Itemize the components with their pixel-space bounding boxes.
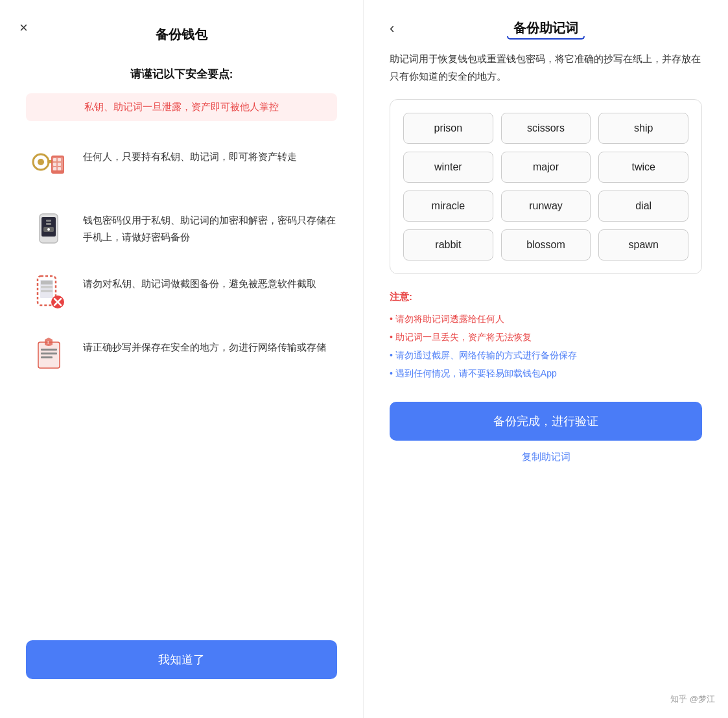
svg-rect-7 [53, 158, 56, 161]
right-header: ‹ 备份助记词 [390, 19, 702, 37]
mnemonic-word: blossom [501, 229, 591, 261]
svg-rect-31 [41, 356, 53, 358]
svg-rect-21 [41, 281, 53, 284]
right-title: 备份助记词 [513, 19, 578, 37]
notes-section: 注意: • 请勿将助记词透露给任何人• 助记词一旦丢失，资产将无法恢复• 请勿通… [390, 291, 702, 382]
svg-text:!: ! [47, 340, 49, 345]
feature-item-4: ! 请正确抄写并保存在安全的地方，勿进行网络传输或存储 [26, 332, 337, 378]
svg-rect-29 [41, 349, 57, 351]
feature-text-4: 请正确抄写并保存在安全的地方，勿进行网络传输或存储 [83, 332, 326, 356]
svg-point-16 [47, 228, 50, 231]
svg-rect-18 [46, 223, 51, 225]
key-phone-icon [26, 142, 71, 187]
note-item: • 遇到任何情况，请不要轻易卸载钱包App [390, 364, 702, 382]
warning-box: 私钥、助记词一旦泄露，资产即可被他人掌控 [26, 93, 337, 121]
back-button[interactable]: ‹ [390, 20, 394, 37]
copy-mnemonic-link[interactable]: 复制助记词 [390, 451, 702, 463]
mnemonic-grid: prisonscissorsshipwintermajortwicemiracl… [390, 99, 702, 274]
svg-rect-9 [53, 163, 56, 166]
svg-rect-12 [58, 167, 61, 170]
feature-text-3: 请勿对私钥、助记词做截图备份，避免被恶意软件截取 [83, 269, 316, 292]
left-subtitle: 请谨记以下安全要点: [26, 67, 337, 82]
mnemonic-word: ship [598, 113, 688, 144]
feature-text-2: 钱包密码仅用于私钥、助记词的加密和解密，密码只存储在手机上，请做好密码备份 [83, 205, 337, 245]
know-button[interactable]: 我知道了 [26, 640, 337, 679]
notes-title: 注意: [390, 291, 702, 303]
mnemonic-word: winter [403, 152, 493, 183]
svg-rect-8 [58, 158, 61, 161]
mnemonic-word: scissors [501, 113, 591, 144]
svg-rect-23 [41, 290, 53, 292]
mnemonic-word: twice [598, 152, 688, 183]
note-item: • 请勿通过截屏、网络传输的方式进行备份保存 [390, 346, 702, 364]
svg-point-1 [38, 159, 44, 165]
save-document-icon: ! [26, 332, 71, 378]
mnemonic-word: spawn [598, 229, 688, 261]
svg-rect-17 [46, 220, 51, 222]
right-description: 助记词用于恢复钱包或重置钱包密码，将它准确的抄写在纸上，并存放在只有你知道的安全… [390, 50, 702, 85]
svg-rect-11 [53, 167, 56, 170]
mnemonic-word: runway [501, 191, 591, 222]
close-button[interactable]: × [19, 19, 28, 36]
mnemonic-word: rabbit [403, 229, 493, 261]
watermark: 知乎 @梦江 [670, 693, 715, 705]
mnemonic-word: prison [403, 113, 493, 144]
feature-item-2: 钱包密码仅用于私钥、助记词的加密和解密，密码只存储在手机上，请做好密码备份 [26, 205, 337, 251]
svg-rect-30 [41, 353, 57, 354]
left-title: 备份钱包 [26, 26, 337, 43]
svg-rect-10 [58, 163, 61, 166]
svg-rect-22 [41, 286, 53, 288]
note-item: • 助记词一旦丢失，资产将无法恢复 [390, 328, 702, 346]
feature-item-3: 请勿对私钥、助记词做截图备份，避免被恶意软件截取 [26, 269, 337, 314]
verify-button[interactable]: 备份完成，进行验证 [390, 402, 702, 441]
mnemonic-word: miracle [403, 191, 493, 222]
screenshot-icon [26, 269, 71, 314]
feature-list: 任何人，只要持有私钥、助记词，即可将资产转走 钱包密码仅用于私钥、助记词的加密和… [26, 142, 337, 378]
feature-text-1: 任何人，只要持有私钥、助记词，即可将资产转走 [83, 142, 297, 165]
feature-item-1: 任何人，只要持有私钥、助记词，即可将资产转走 [26, 142, 337, 187]
left-panel: × 备份钱包 请谨记以下安全要点: 私钥、助记词一旦泄露，资产即可被他人掌控 [0, 0, 364, 718]
svg-rect-27 [38, 342, 60, 368]
phone-password-icon [26, 205, 71, 251]
right-panel: ‹ 备份助记词 助记词用于恢复钱包或重置钱包密码，将它准确的抄写在纸上，并存放在… [364, 0, 728, 718]
note-item: • 请勿将助记词透露给任何人 [390, 310, 702, 328]
mnemonic-word: major [501, 152, 591, 183]
mnemonic-word: dial [598, 191, 688, 222]
